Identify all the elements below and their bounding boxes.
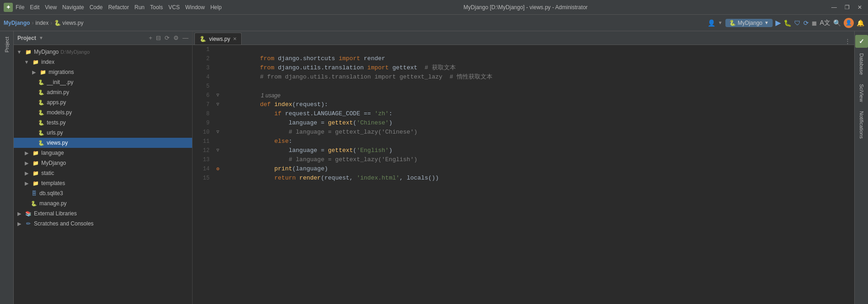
scratches-icon: ✏: [25, 220, 32, 227]
gutter-7: ▽: [213, 100, 222, 109]
tree-settings-icon[interactable]: ⚙: [173, 34, 179, 41]
code-content[interactable]: from django.shortcuts import render from…: [222, 45, 854, 304]
python-file-icon: 🐍: [38, 139, 45, 146]
line-num-12: 12: [193, 146, 210, 155]
tab-kebab-menu[interactable]: ⋮: [843, 38, 852, 45]
tree-label: templates: [41, 180, 65, 186]
menu-edit[interactable]: Edit: [30, 4, 39, 11]
tree-item-manage[interactable]: 🐍 manage.py: [14, 198, 192, 208]
menu-refactor[interactable]: Refactor: [108, 4, 129, 11]
python-file-icon: 🐍: [38, 89, 45, 96]
folder-icon: 📁: [32, 169, 39, 177]
tree-item-migrations[interactable]: ▶ 📁 migrations: [14, 67, 192, 77]
file-tree-header: Project ▼ + ⊟ ⟳ ⚙ —: [14, 31, 192, 45]
line-num-11: 11: [193, 137, 210, 146]
menu-file[interactable]: File: [16, 4, 24, 11]
profile-run-button[interactable]: ⟳: [803, 19, 809, 27]
maximize-button[interactable]: ❐: [842, 4, 851, 11]
project-panel-label[interactable]: Project: [3, 33, 11, 56]
tree-item-mydj-root[interactable]: ▼ 📁 MyDjango D:\MyDjango: [14, 47, 192, 57]
window-title: MyDjango [D:\MyDjango] - views.py - Admi…: [221, 4, 829, 11]
title-bar-left: ✦ File Edit View Navigate Code Refactor …: [4, 3, 221, 12]
tree-label: static: [41, 170, 54, 176]
folder-icon: 📁: [32, 180, 39, 187]
line-numbers: 1 2 3 4 5 6 7 8 9 10 11 12 13 14 15: [193, 45, 213, 304]
tree-label: views.py: [47, 140, 68, 146]
tab-close-button[interactable]: ✕: [233, 36, 237, 41]
expand-icon: ▶: [23, 169, 30, 177]
sciview-panel[interactable]: SciView: [858, 80, 865, 106]
python-file-icon: 🐍: [30, 200, 38, 207]
breadcrumb-sep2: ›: [50, 20, 52, 26]
tree-item-admin[interactable]: 🐍 admin.py: [14, 87, 192, 97]
code-editor[interactable]: 1 2 3 4 5 6 7 8 9 10 11 12 13 14 15: [193, 45, 854, 304]
editor-area: 🐍 views.py ✕ ⋮ 1 2 3 4 5 6 7 8 9 10 11 1…: [193, 31, 854, 304]
tree-item-index[interactable]: ▼ 📁 index: [14, 57, 192, 67]
tree-item-templates[interactable]: ▶ 📁 templates: [14, 178, 192, 188]
check-icon[interactable]: ✓: [855, 35, 868, 48]
update-icon[interactable]: 🔔: [857, 19, 864, 27]
menu-tools[interactable]: Tools: [150, 4, 163, 11]
line-num-1: 1: [193, 45, 210, 54]
search-everywhere-button[interactable]: 🔍: [833, 19, 841, 27]
profile-icon[interactable]: 👤: [708, 19, 715, 27]
tree-minimize-icon[interactable]: —: [182, 34, 188, 41]
tree-collapse-all-icon[interactable]: ⊟: [156, 34, 161, 41]
tree-item-mydj-inner[interactable]: ▶ 📁 MyDjango: [14, 158, 192, 168]
stop-button[interactable]: ◼: [812, 19, 817, 27]
folder-icon: 📁: [39, 68, 47, 76]
coverage-button[interactable]: 🛡: [794, 19, 801, 27]
tree-item-views[interactable]: 🐍 views.py: [14, 138, 192, 148]
translate-button[interactable]: A文: [820, 19, 830, 27]
tree-item-init[interactable]: 🐍 __init__.py: [14, 77, 192, 87]
notifications-panel[interactable]: Notifications: [858, 107, 865, 142]
menu-view[interactable]: View: [45, 4, 57, 11]
menu-help[interactable]: Help: [210, 4, 222, 11]
tree-label: __init__.py: [47, 79, 73, 85]
breadcrumb-project[interactable]: MyDjango: [4, 20, 30, 26]
tree-item-tests[interactable]: 🐍 tests.py: [14, 118, 192, 128]
python-file-icon: 🐍: [38, 119, 45, 126]
tree-item-models[interactable]: 🐍 models.py: [14, 107, 192, 118]
debug-button[interactable]: 🐛: [784, 19, 791, 27]
menu-code[interactable]: Code: [89, 4, 103, 11]
python-file-icon: 🐍: [38, 99, 45, 106]
gutter: ▽ ▽ ▽ ▽ ⚙: [213, 45, 222, 304]
tree-item-language[interactable]: ▶ 📁 language: [14, 148, 192, 158]
gutter-6: ▽: [213, 91, 222, 100]
gutter-14: ⚙: [213, 164, 222, 174]
tree-label: MyDjango: [34, 49, 59, 55]
menu-window[interactable]: Window: [185, 4, 205, 11]
tree-item-db[interactable]: 🗄 db.sqlite3: [14, 188, 192, 198]
breadcrumb-views[interactable]: 🐍 views.py: [54, 20, 83, 26]
title-bar: ✦ File Edit View Navigate Code Refactor …: [0, 0, 868, 15]
tree-item-scratches[interactable]: ▶ ✏ Scratches and Consoles: [14, 219, 192, 229]
tree-sync-icon[interactable]: ⟳: [165, 34, 170, 41]
run-configuration[interactable]: 🐍 MyDjango ▼: [725, 19, 773, 27]
database-panel[interactable]: Database: [858, 50, 865, 79]
tree-item-urls[interactable]: 🐍 urls.py: [14, 128, 192, 138]
tab-label: views.py: [209, 36, 230, 42]
user-avatar[interactable]: 👤: [844, 18, 854, 28]
menu-navigate[interactable]: Navigate: [62, 4, 84, 11]
menu-run[interactable]: Run: [134, 4, 144, 11]
close-button[interactable]: ✕: [855, 4, 864, 11]
tree-label: urls.py: [47, 129, 63, 136]
gutter-3: [213, 63, 222, 73]
run-button[interactable]: ▶: [775, 18, 781, 27]
minimize-button[interactable]: —: [829, 4, 839, 11]
nav-bar: MyDjango › index › 🐍 views.py 👤 ▼ 🐍 MyDj…: [0, 15, 868, 31]
tree-label: Scratches and Consoles: [34, 220, 94, 227]
file-tree: Project ▼ + ⊟ ⟳ ⚙ — ▼ 📁 MyDjango D:\MyDj…: [14, 31, 193, 304]
tree-item-apps[interactable]: 🐍 apps.py: [14, 97, 192, 107]
menu-vcs[interactable]: VCS: [168, 4, 180, 11]
tree-add-icon[interactable]: +: [149, 34, 152, 41]
python-file-icon: 🐍: [38, 79, 45, 86]
tab-views-py[interactable]: 🐍 views.py ✕: [194, 33, 242, 45]
profile-arrow[interactable]: ▼: [718, 20, 723, 25]
tree-dropdown-arrow[interactable]: ▼: [39, 35, 44, 40]
python-file-icon: 🐍: [38, 129, 45, 136]
breadcrumb-index[interactable]: index: [35, 20, 49, 26]
tree-item-ext-libs[interactable]: ▶ 📚 External Libraries: [14, 208, 192, 219]
tree-item-static[interactable]: ▶ 📁 static: [14, 168, 192, 178]
